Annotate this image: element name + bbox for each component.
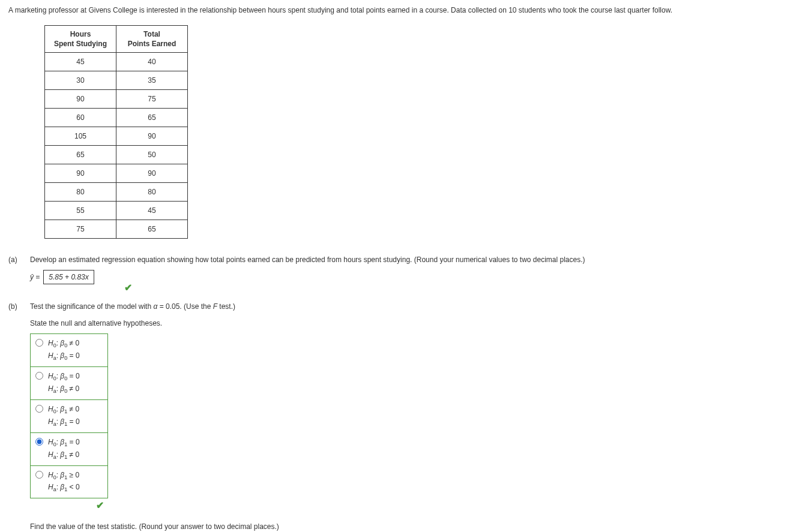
hypothesis-text: H0: β0 = 0Ha: β0 ≠ 0 <box>48 371 80 396</box>
cell-points: 65 <box>116 109 188 127</box>
hypothesis-choice[interactable]: H0: β0 = 0Ha: β0 ≠ 0 <box>31 366 107 399</box>
table-row: 4540 <box>45 53 188 71</box>
test-statistic-prompt: Find the value of the test statistic. (R… <box>30 522 797 531</box>
hypothesis-text: H0: β1 ≥ 0Ha: β1 < 0 <box>48 470 80 495</box>
hypothesis-choice[interactable]: H0: β1 = 0Ha: β1 ≠ 0 <box>31 432 107 465</box>
cell-points: 80 <box>116 183 188 202</box>
radio-input[interactable] <box>35 438 43 446</box>
cell-hours: 60 <box>45 109 116 127</box>
cell-points: 35 <box>116 71 188 90</box>
cell-hours: 65 <box>45 146 116 164</box>
table-row: 8080 <box>45 183 188 202</box>
col-header-hours: Hours Spent Studying <box>45 26 116 53</box>
hypothesis-text: H0: β0 ≠ 0Ha: β0 = 0 <box>48 338 80 363</box>
table-row: 5545 <box>45 202 188 220</box>
table-row: 6550 <box>45 146 188 164</box>
check-icon: ✔ <box>124 282 132 293</box>
cell-hours: 55 <box>45 202 116 220</box>
cell-points: 45 <box>116 202 188 220</box>
cell-points: 90 <box>116 127 188 146</box>
table-row: 3035 <box>45 71 188 90</box>
hypothesis-choice[interactable]: H0: β0 ≠ 0Ha: β0 = 0 <box>31 334 107 366</box>
cell-points: 40 <box>116 53 188 71</box>
regression-answer-box[interactable]: 5.85 + 0.83x <box>43 270 94 284</box>
yhat-label: ŷ = <box>30 273 40 281</box>
table-row: 10590 <box>45 127 188 146</box>
cell-hours: 105 <box>45 127 116 146</box>
part-b-prompt: Test the significance of the model with … <box>30 302 797 311</box>
table-row: 9090 <box>45 164 188 183</box>
table-row: 6065 <box>45 109 188 127</box>
check-icon: ✔ <box>96 500 104 511</box>
cell-points: 75 <box>116 90 188 109</box>
radio-input[interactable] <box>35 471 43 479</box>
regression-answer-text: 5.85 + 0.83x <box>49 273 88 281</box>
cell-hours: 80 <box>45 183 116 202</box>
radio-input[interactable] <box>35 339 43 347</box>
cell-hours: 45 <box>45 53 116 71</box>
data-table: Hours Spent Studying Total Points Earned… <box>44 25 188 239</box>
hypothesis-choice[interactable]: H0: β1 ≥ 0Ha: β1 < 0 <box>31 465 107 498</box>
intro-text: A marketing professor at Givens College … <box>8 6 797 14</box>
part-a-prompt: Develop an estimated regression equation… <box>30 256 797 264</box>
table-row: 7565 <box>45 220 188 239</box>
radio-input[interactable] <box>35 372 43 380</box>
col-header-points: Total Points Earned <box>116 26 188 53</box>
radio-input[interactable] <box>35 405 43 413</box>
cell-hours: 75 <box>45 220 116 239</box>
part-a-label: (a) <box>8 256 24 264</box>
hypothesis-prompt: State the null and alternative hypothese… <box>30 319 797 327</box>
cell-points: 65 <box>116 220 188 239</box>
hypothesis-choice[interactable]: H0: β1 ≠ 0Ha: β1 = 0 <box>31 399 107 432</box>
hypothesis-choices: H0: β0 ≠ 0Ha: β0 = 0H0: β0 = 0Ha: β0 ≠ 0… <box>30 333 108 498</box>
cell-hours: 90 <box>45 164 116 183</box>
part-b-label: (b) <box>8 302 24 311</box>
hypothesis-text: H0: β1 ≠ 0Ha: β1 = 0 <box>48 404 80 429</box>
cell-points: 90 <box>116 164 188 183</box>
cell-hours: 90 <box>45 90 116 109</box>
hypothesis-text: H0: β1 = 0Ha: β1 ≠ 0 <box>48 437 80 462</box>
table-row: 9075 <box>45 90 188 109</box>
cell-hours: 30 <box>45 71 116 90</box>
cell-points: 50 <box>116 146 188 164</box>
